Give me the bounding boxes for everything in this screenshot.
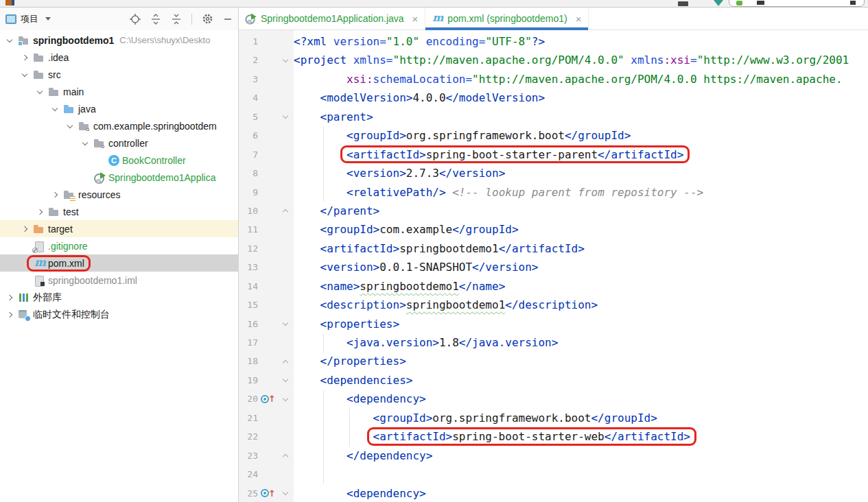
run-configuration-combobox[interactable]: [729, 0, 865, 7]
fold-gutter-cell: [277, 258, 294, 276]
code-text: <dependency>: [294, 390, 868, 408]
gutter-cell: [259, 220, 277, 239]
code-line: 15 <description>springbootdemo1</descrip…: [239, 296, 868, 314]
maven-dependency-gutter-icon[interactable]: ↑: [259, 390, 277, 408]
hide-panel-icon[interactable]: [223, 14, 233, 25]
line-number: 20: [239, 390, 259, 408]
code-text: <artifactId>spring-boot-starter-web</art…: [294, 427, 868, 446]
tree-item--[interactable]: 外部库: [0, 289, 238, 306]
tree-item-springbootdemo1applica[interactable]: Springbootdemo1Applica: [0, 169, 238, 186]
chevron-down-icon[interactable]: [64, 121, 75, 132]
code-line: 23 </dependency>: [239, 446, 868, 465]
tab-close-icon[interactable]: ×: [576, 14, 582, 24]
chevron-right-icon[interactable]: [49, 189, 60, 200]
collapse-all-icon[interactable]: [171, 14, 182, 25]
settings-gear-icon[interactable]: [202, 13, 213, 25]
fold-gutter-cell: [277, 333, 294, 352]
tree-item-main[interactable]: main: [0, 83, 238, 100]
code-text: <properties>: [294, 315, 868, 333]
chevron-down-icon[interactable]: [80, 138, 91, 149]
tree-item-label: 外部库: [33, 291, 62, 304]
project-tree: springbootdemo1C:\Users\shuyx\Deskto.ide…: [0, 32, 238, 323]
chevron-down-icon[interactable]: [19, 69, 30, 80]
code-line: 2<project xmlns="http://maven.apache.org…: [239, 51, 868, 69]
gutter-cell: [259, 164, 277, 182]
chevron-spacer: [95, 155, 106, 166]
chevron-right-icon[interactable]: [19, 224, 30, 235]
line-number: 12: [239, 239, 259, 258]
project-tool-window: 项目 springbootdemo1C:\U: [0, 8, 238, 502]
code-line: 17 <java.version>1.8</java.version>: [239, 333, 868, 352]
tree-item-java[interactable]: java: [0, 100, 238, 117]
chevron-down-icon[interactable]: [49, 104, 60, 115]
fold-end-icon[interactable]: [277, 446, 294, 465]
tree-item-label: .idea: [48, 52, 69, 63]
fold-start-icon[interactable]: [277, 371, 294, 390]
code-text: </properties>: [294, 352, 868, 370]
annotation-box: <artifactId>spring-boot-starter-web</art…: [373, 427, 690, 446]
tree-item--idea[interactable]: .idea: [0, 49, 238, 66]
code-line: 21 <groupId>org.springframework.boot</gr…: [239, 409, 868, 427]
gutter-cell: [259, 51, 277, 69]
tree-item-com-example-springbootdem[interactable]: com.example.springbootdem: [0, 117, 238, 134]
line-number: 9: [239, 183, 259, 202]
tree-item-springbootdemo1[interactable]: springbootdemo1C:\Users\shuyx\Deskto: [0, 32, 238, 49]
tree-item--[interactable]: 临时文件和控制台: [0, 306, 238, 323]
code-text: <groupId>com.example</groupId>: [294, 220, 868, 239]
chevron-down-icon[interactable]: [34, 86, 45, 97]
tab-close-icon[interactable]: ×: [412, 14, 419, 24]
code-line: 6 <groupId>org.springframework.boot</gro…: [239, 126, 868, 145]
chevron-right-icon[interactable]: [34, 206, 45, 217]
fold-gutter-cell: [277, 183, 294, 202]
tree-item--gitignore[interactable]: .gitignore: [0, 237, 238, 254]
gutter-cell: [259, 315, 277, 333]
fold-end-icon[interactable]: [277, 352, 294, 370]
fold-gutter-cell: [277, 427, 294, 446]
fold-start-icon[interactable]: [277, 315, 294, 333]
gutter-cell: [259, 239, 277, 258]
tree-item-target[interactable]: target: [0, 220, 238, 237]
vcs-update-icon[interactable]: [714, 0, 723, 6]
locate-icon[interactable]: [130, 14, 141, 25]
chevron-right-icon[interactable]: [19, 52, 30, 63]
code-line: 5 <parent>: [239, 108, 868, 126]
line-number: 24: [239, 465, 259, 483]
tree-item-label: target: [48, 224, 73, 235]
tree-item-pom-xml[interactable]: pom.xml: [0, 254, 238, 272]
code-line: 14 <name>springbootdemo1</name>: [239, 277, 868, 296]
expand-all-icon[interactable]: [150, 14, 161, 25]
gutter-cell: [259, 88, 277, 107]
code-text: </parent>: [294, 202, 868, 220]
fold-gutter-cell: [277, 277, 294, 296]
gutter-cell: [259, 277, 277, 296]
maven-dependency-gutter-icon[interactable]: ↑: [259, 484, 277, 502]
tree-item-bookcontroller[interactable]: BookController: [0, 152, 238, 169]
tree-item-springbootdemo1-iml[interactable]: springbootdemo1.iml: [0, 272, 238, 289]
code-line: 13 <version>0.0.1-SNAPSHOT</version>: [239, 258, 868, 276]
chevron-down-icon[interactable]: [45, 17, 51, 21]
fold-start-icon[interactable]: [277, 484, 294, 502]
fold-start-icon[interactable]: [277, 108, 294, 126]
class-icon: [108, 155, 119, 166]
chevron-right-icon[interactable]: [4, 309, 15, 320]
code-lines[interactable]: 1<?xml version="1.0" encoding="UTF-8"?>2…: [239, 32, 868, 502]
tree-item-resources[interactable]: resources: [0, 186, 238, 203]
file-ignored-icon: [33, 241, 45, 252]
tree-item-controller[interactable]: controller: [0, 134, 238, 152]
fold-start-icon[interactable]: [277, 390, 294, 408]
code-text: <project xmlns="http://maven.apache.org/…: [294, 51, 868, 69]
tree-item-src[interactable]: src: [0, 66, 238, 83]
tab-pom-xml[interactable]: pom.xml (springbootdemo1) ×: [425, 8, 589, 29]
tree-item-test[interactable]: test: [0, 203, 238, 220]
fold-end-icon[interactable]: [277, 202, 294, 220]
code-text: <parent>: [294, 108, 868, 126]
chevron-down-icon[interactable]: [4, 35, 15, 46]
line-number: 19: [239, 371, 259, 390]
tab-springbootdemo1application-java[interactable]: Springbootdemo1Application.java ×: [239, 8, 425, 29]
line-number: 13: [239, 258, 259, 276]
chevron-right-icon[interactable]: [4, 292, 15, 303]
code-line: 16 <properties>: [239, 315, 868, 333]
tree-item-label: com.example.springbootdem: [93, 121, 217, 132]
editor-area[interactable]: Springbootdemo1Application.java × pom.xm…: [238, 8, 868, 502]
fold-start-icon[interactable]: [277, 51, 294, 69]
